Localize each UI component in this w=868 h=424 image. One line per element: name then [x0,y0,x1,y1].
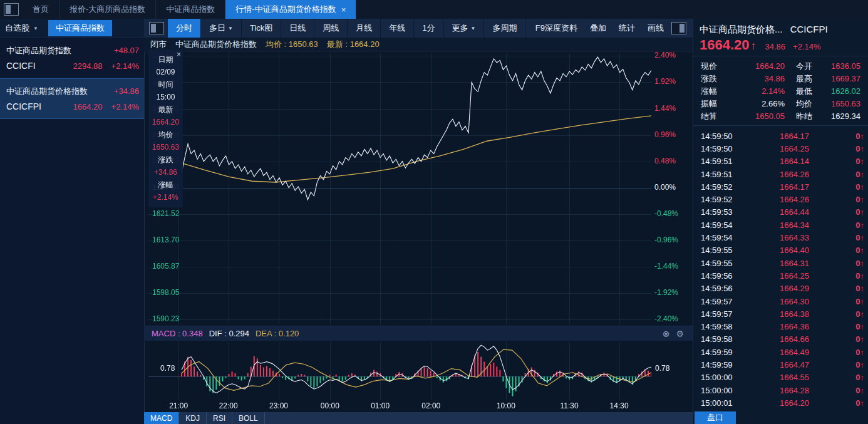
quote-change: 34.86 [765,42,786,51]
tooltip-rows: 日期02/09时间15:00最新1664.20均价1650.63涨跌+34.86… [148,53,183,204]
watch-item-change: +48.07 [114,43,139,58]
time-axis-label: 10:00 [497,401,515,410]
price-axis-label: 1605.87 [152,262,179,271]
toolbar-button-年线[interactable]: 年线 [381,19,414,38]
macd-value-label: DEA : 0.120 [256,329,299,338]
tick-time: 14:59:59 [701,360,746,370]
percent-axis-label: -0.48% [654,209,678,218]
tick-row: 14:59:521664.170↑ [701,180,864,193]
top-tab-中证商品指数[interactable]: 中证商品指数 [156,0,225,19]
stat-value: 1650.05 [727,110,785,123]
indicator-settings-gear-icon[interactable]: ⚙ [676,329,684,339]
toolbar-button-画线[interactable]: 画线 [641,19,670,38]
market-status: 闭市 [150,39,167,50]
toolbar-button-label: 月线 [356,23,372,34]
tick-volume: 0↑ [843,334,864,344]
stat-label: 最低 [796,85,822,98]
left-panel-toggle-icon[interactable] [149,22,164,34]
top-tab-报价-大商所商品指数[interactable]: 报价-大商所商品指数 [59,0,156,19]
toolbar-button-多周期[interactable]: 多周期 [484,19,525,38]
up-arrow-icon: ↑ [860,246,865,255]
up-arrow-icon: ↑ [860,360,865,370]
tick-volume-value: 0 [855,233,860,242]
toolbar-button-label: 周线 [323,23,339,34]
tooltip-close-icon[interactable]: × [177,51,181,58]
time-axis-label: 21:00 [169,401,188,410]
toolbar-button-周线[interactable]: 周线 [314,19,348,38]
toolbar-button-叠加[interactable]: 叠加 [584,19,612,38]
tick-volume-value: 0 [855,386,860,395]
tick-time: 15:00:00 [701,386,746,395]
tick-row: 14:59:581664.660↑ [701,333,864,346]
tick-row: 14:59:581664.360↑ [701,320,864,333]
up-arrow-icon: ↑ [860,195,865,204]
toolbar-button-日线[interactable]: 日线 [281,19,314,38]
top-tab-首页[interactable]: 首页 [23,0,59,19]
tick-row: 14:59:561664.290↑ [701,282,864,295]
tick-price: 1664.36 [746,322,843,331]
tab-close-icon[interactable]: × [341,5,346,14]
toolbar-button-分时[interactable]: 分时 [168,19,201,38]
tick-volume: 0↑ [843,373,864,382]
watch-item-price: 1664.20 [73,100,103,115]
toolbar-button-1分[interactable]: 1分 [414,19,443,38]
chevron-down-icon: ▼ [33,26,38,31]
tick-volume-value: 0 [855,309,860,319]
sidebar-toggle-icon[interactable] [4,3,19,16]
tick-volume-value: 0 [855,284,860,293]
macd-scale-left: 0.78 [160,364,175,373]
tooltip-row: 1650.63 [148,141,183,153]
up-arrow-icon: ↑ [860,348,865,357]
tick-list[interactable]: 14:59:501664.170↑14:59:501664.250↑14:59:… [693,126,868,410]
tick-price: 1664.47 [746,360,843,370]
indicator-tab-KDJ[interactable]: KDJ [179,412,207,424]
watch-item-name: 中证商品期货价格指数 [6,84,88,99]
top-tab-行情-中证商品期货价格指数[interactable]: 行情-中证商品期货价格指数× [225,0,356,19]
watch-item-name: 中证商品期货指数 [6,43,71,58]
toolbar-button-label: 日线 [289,23,306,34]
price-axis-label: 1598.05 [152,288,179,297]
stat-label: 现价 [701,60,727,73]
macd-header: MACD : 0.348DIF : 0.294DEA : 0.120 ⊗ ⚙ [144,326,693,341]
tick-price: 1664.66 [746,334,843,344]
tick-price: 1664.31 [746,259,843,268]
indicator-tab-RSI[interactable]: RSI [207,412,232,424]
tick-price: 1664.38 [746,309,843,319]
indicator-tab-BOLL[interactable]: BOLL [232,412,265,424]
tick-volume-value: 0 [855,132,860,141]
intraday-price-chart[interactable] [148,53,651,324]
watchlist-item[interactable]: 中证商品期货指数+48.07CCICFI2294.88+2.14% [0,38,144,78]
tick-row: 15:00:011664.200↑ [701,396,864,409]
toolbar-button-更多[interactable]: 更多▼ [444,19,485,38]
tick-volume-value: 0 [855,360,860,370]
up-arrow-icon: ↑ [751,39,757,53]
tick-volume-value: 0 [855,322,860,331]
last-price-readout: 最新 : 1664.20 [327,39,380,50]
macd-chart[interactable] [148,342,651,400]
stat-value: 1636.05 [822,60,863,73]
indicator-close-icon[interactable]: ⊗ [663,329,670,339]
right-panel-toggle-icon[interactable] [671,22,686,34]
stat-row: 涨跌34.86最高1669.37 [701,73,863,85]
watchlist-item[interactable]: 中证商品期货价格指数+34.86CCICFPI1664.20+2.14% [0,78,144,119]
stat-row: 结算1650.05昨结1629.34 [701,110,863,123]
up-arrow-icon: ↑ [860,233,865,242]
percent-axis-label: 0.96% [654,130,676,139]
toolbar-button-多日[interactable]: 多日▼ [201,19,242,38]
watchlist-group-dropdown[interactable]: 自选股 ▼ [0,23,43,34]
chart-index-name: 中证商品期货价格指数 [175,39,257,50]
indicator-tab-MACD[interactable]: MACD [144,412,179,424]
toolbar-button-F9深度资料[interactable]: F9深度资料 [529,19,584,38]
toolbar-button-月线[interactable]: 月线 [348,19,381,38]
tick-volume-value: 0 [855,170,860,179]
toolbar-button-Tick图[interactable]: Tick图 [242,19,281,38]
up-arrow-icon: ↑ [860,259,865,268]
stat-label: 最高 [796,73,822,85]
quote-title: 中证商品期货价格... CCICFPI [693,19,868,36]
toolbar-button-统计[interactable]: 统计 [612,19,641,38]
order-book-tab[interactable]: 盘口 [695,411,736,424]
tick-time: 14:59:53 [701,207,746,217]
toolbar-button-label: 多周期 [492,23,517,34]
percent-axis-label: -0.96% [654,235,678,244]
watchlist-group-tab[interactable]: 中证商品指数 [48,20,112,36]
